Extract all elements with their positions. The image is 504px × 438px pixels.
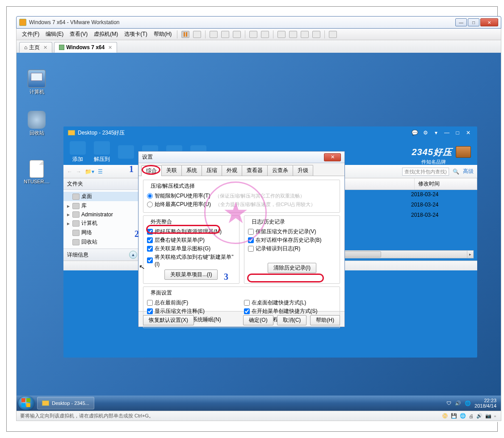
maximize-button[interactable]: □	[453, 130, 462, 136]
status-device-icon[interactable]: 📀	[442, 413, 448, 419]
tree-item-desktop[interactable]: 桌面	[63, 192, 141, 201]
toolbar-item[interactable]	[118, 145, 134, 159]
ok-button[interactable]: 确定(O)	[243, 315, 273, 325]
tree-item-network[interactable]: 网络	[63, 228, 141, 237]
tab-close-icon[interactable]: ✕	[108, 45, 112, 51]
taskbar-item[interactable]: Desktop - 2345...	[37, 397, 94, 409]
status-device-icon[interactable]: 🌐	[460, 413, 466, 419]
tab-appearance[interactable]: 外观	[222, 165, 242, 176]
status-device-icon[interactable]: 📷	[485, 413, 491, 419]
close-button[interactable]: ✕	[464, 130, 473, 136]
tab-close-icon[interactable]: ✕	[43, 45, 47, 51]
settings-tabs: 综合 关联 系统 压缩 外观 查看器 云查杀 升级	[139, 163, 344, 176]
toolbar-icon[interactable]	[261, 31, 269, 38]
tab-cloudscan[interactable]: 云查杀	[267, 165, 293, 176]
help-button[interactable]: 帮助(H)	[310, 315, 340, 325]
menu-file[interactable]: 文件(F)	[19, 29, 42, 39]
minimize-button[interactable]: —	[455, 18, 467, 26]
check-log-errors[interactable]	[248, 246, 254, 252]
menu-vm[interactable]: 虚拟机(M)	[91, 29, 121, 39]
nav-back-icon[interactable]: ←	[67, 168, 72, 175]
vm-desktop[interactable]: 计算机 回收站 NTUSER.... Desktop - 2345好压 💬 ⚙ …	[16, 53, 501, 411]
tab-system[interactable]: 系统	[181, 165, 202, 176]
context-items-button[interactable]: 关联菜单项目...(I)	[164, 270, 218, 280]
toolbar-icon[interactable]	[193, 31, 201, 38]
desktop-icon-recycle[interactable]: 回收站	[21, 111, 52, 136]
gear-icon[interactable]: ⚙	[421, 130, 430, 136]
app-icon	[42, 400, 49, 406]
tree-item-user[interactable]: ▸Administrator	[63, 211, 141, 219]
settings-title-text: 设置	[142, 153, 153, 161]
start-button[interactable]	[18, 396, 34, 410]
minimize-button[interactable]: —	[442, 130, 451, 136]
pause-icon[interactable]	[181, 31, 189, 38]
tab-viewer[interactable]: 查看器	[242, 165, 268, 176]
nav-fav-icon[interactable]: 📁▾	[85, 168, 94, 175]
menu-view[interactable]: 查看(V)	[67, 29, 90, 39]
check-always-top[interactable]	[147, 300, 153, 306]
toolbar-icon[interactable]	[301, 31, 309, 38]
toolbar-add[interactable]: 添加	[70, 141, 86, 163]
toolbar-extract[interactable]: 解压到	[94, 141, 110, 163]
check-show-comment[interactable]	[147, 308, 153, 314]
tab-assoc[interactable]: 关联	[161, 165, 182, 176]
cancel-button[interactable]: 取消(C)	[277, 315, 307, 325]
status-device-icon[interactable]: 💾	[451, 413, 457, 419]
tab-vm[interactable]: Windows 7 x64 ✕	[54, 42, 117, 53]
toolbar-icon[interactable]	[249, 31, 257, 38]
menu-tabs[interactable]: 选项卡(T)	[122, 29, 150, 39]
toolbar-icon[interactable]	[277, 31, 286, 38]
tab-home[interactable]: ⌂ 主页 ✕	[19, 42, 52, 53]
status-device-icon[interactable]: ▫	[494, 413, 496, 419]
toolbar-icon[interactable]	[289, 31, 297, 38]
taskbar-clock[interactable]: 22:23 2018/4/14	[475, 398, 496, 409]
tab-general[interactable]: 综合	[141, 165, 162, 176]
radio-smart-cpu[interactable]	[147, 193, 153, 199]
tab-compress[interactable]: 压缩	[202, 165, 222, 176]
check-cascade-context[interactable]	[147, 237, 153, 243]
clear-history-button[interactable]: 清除历史记录(I)	[268, 263, 316, 273]
restore-defaults-button[interactable]: 恢复默认设置(X)	[143, 315, 194, 325]
search-input[interactable]: 查找(支持包内查找)	[402, 168, 449, 176]
radio-max-cpu[interactable]	[147, 202, 153, 207]
check-explorer-integrate[interactable]	[147, 229, 153, 235]
maximize-button[interactable]: □	[468, 18, 479, 26]
search-icon[interactable]: 🔍	[453, 168, 459, 175]
chat-icon[interactable]: 💬	[410, 130, 419, 136]
menu-help[interactable]: 帮助(H)	[151, 29, 175, 39]
tray-icon[interactable]: 🔊	[455, 400, 461, 406]
menu-edit[interactable]: 编辑(E)	[43, 29, 66, 39]
search-advanced-link[interactable]: 高级	[463, 168, 474, 175]
tray-icon[interactable]: 🌐	[465, 400, 471, 406]
tree-item-library[interactable]: ▸库	[63, 201, 141, 211]
check-desktop-shortcut[interactable]	[244, 300, 250, 306]
tree-item-recycle[interactable]: 回收站	[63, 237, 141, 247]
details-header[interactable]: 详细信息 ▲	[63, 248, 141, 261]
check-context-icons[interactable]	[147, 246, 153, 252]
desktop-icon-file[interactable]: NTUSER....	[21, 160, 52, 184]
close-button[interactable]: ✕	[480, 18, 498, 26]
tree-item-computer[interactable]: ▸计算机	[63, 219, 141, 228]
col-mtime[interactable]: 修改时间	[415, 178, 477, 190]
toolbar-icon[interactable]	[221, 31, 229, 38]
nav-list-icon[interactable]: ☰	[98, 168, 103, 175]
dialog-close-button[interactable]: ✕	[324, 153, 341, 161]
tray-icon[interactable]: 🛡	[446, 400, 451, 406]
nav-fwd-icon[interactable]: →	[76, 168, 81, 175]
scroll-right-icon[interactable]: ▸	[467, 251, 473, 258]
desktop-icon-computer[interactable]: 计算机	[21, 70, 52, 95]
status-device-icon[interactable]: 🔊	[476, 413, 483, 419]
toolbar-icon[interactable]	[312, 31, 320, 38]
tab-upgrade[interactable]: 升级	[293, 165, 313, 176]
check-keep-history[interactable]	[248, 229, 254, 235]
status-device-icon[interactable]: 🖨	[469, 413, 474, 419]
toolbar-icon[interactable]	[210, 31, 218, 38]
toolbar-icon[interactable]	[233, 31, 241, 38]
expand-icon[interactable]: ▲	[129, 251, 137, 259]
check-startmenu-shortcut[interactable]	[244, 308, 250, 314]
toolbar-icon[interactable]	[329, 31, 337, 38]
recycle-icon	[28, 111, 46, 129]
check-new-menu[interactable]	[147, 257, 153, 263]
dropdown-icon[interactable]: ▾	[432, 130, 441, 136]
check-dialog-history[interactable]	[248, 237, 254, 243]
